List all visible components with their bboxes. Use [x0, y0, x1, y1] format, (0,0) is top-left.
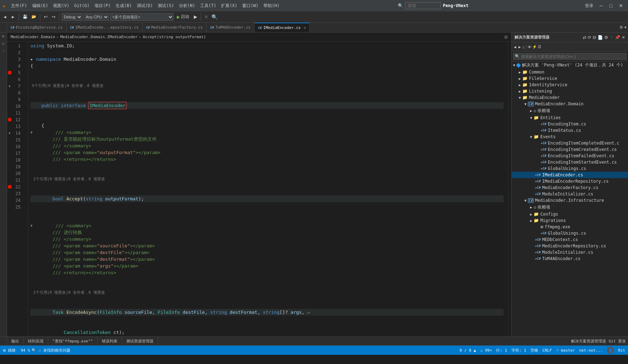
tree-tom4aencoder[interactable]: +C# ToM4AEncoder.cs [512, 256, 628, 262]
forward-button[interactable]: ► [10, 14, 17, 20]
tree-event2[interactable]: +C# EncodingItemCreatedEvent.cs [512, 146, 628, 153]
bottom-tab-test[interactable]: 测试资源管理器 [122, 337, 158, 345]
tree-encodingitem[interactable]: +C# EncodingItem.cs [512, 121, 628, 127]
tab-overflow-btn[interactable]: ▾ [624, 25, 627, 30]
panel-newfile-btn[interactable]: 📄 [598, 35, 603, 40]
tree-event4[interactable]: +C# EncodingItemStartedEvent.cs [512, 159, 628, 165]
tree-mediaencoderfactory[interactable]: +C# MediaEncoderFactory.cs [512, 184, 628, 191]
tree-moduleinit2[interactable]: +C# ModuleInitializer.cs [512, 249, 628, 256]
tree-mediaencoder[interactable]: ▼ 📁 MediaEncoder [512, 94, 628, 101]
search-toolbar-btn[interactable]: 🔍 [210, 13, 219, 20]
tree-identityservice[interactable]: ▶ 📁 IdentityService [512, 82, 628, 88]
panel-close-btn[interactable]: ✕ [622, 35, 625, 40]
panel-refresh-btn[interactable]: ⟳ [588, 35, 591, 40]
menu-project[interactable]: 项目(P) [92, 2, 113, 10]
tree-deps2[interactable]: ▶ ⚙ 依赖项 [512, 204, 628, 211]
tree-infrastructure[interactable]: ▼ C# MediaEncoder.Infrastructure [512, 197, 628, 204]
attach-button[interactable]: ▶ [192, 13, 199, 20]
bottom-tab-errors[interactable]: 错误列表 [98, 337, 122, 345]
sol-home-btn[interactable]: ⌂ [522, 45, 525, 49]
tree-itemstatus[interactable]: +C# ItemStatus.cs [512, 127, 628, 134]
tab-ToM4AEncoder[interactable]: C# ToM4AEncoder.cs [207, 23, 255, 32]
tree-imediaencoderrepo[interactable]: +C# IMediaEncoderRepository.cs [512, 178, 628, 184]
status-whitespace[interactable]: 空格 [530, 348, 538, 353]
redo-button[interactable]: ↪ [50, 13, 57, 20]
code-content[interactable]: using System.IO; ▸ namespace MediaEncode… [28, 42, 508, 336]
solution-root[interactable]: ▼ 🔷 解决方案 'Peng-VNext' (24 个项目，共 24 个) [512, 61, 628, 69]
minimize-button[interactable]: ─ [597, 2, 606, 9]
menu-extensions[interactable]: 扩展(X) [219, 2, 239, 10]
toolbar-save-btn[interactable]: 💾 [21, 14, 29, 20]
sol-forward-btn[interactable]: ► [518, 45, 522, 49]
menu-edit[interactable]: 编辑(E) [30, 2, 51, 10]
sol-filter-btn[interactable]: ⚡ [532, 45, 537, 49]
solution-search-input[interactable] [521, 54, 625, 59]
tree-ffmpeg[interactable]: ⊞ ffmpeg.exe [512, 224, 628, 230]
panel-switcher-sol[interactable]: 解决方案资源管理器 [571, 339, 606, 344]
bottom-tab-findrefs[interactable]: "查找"ffmpeg.exe"" [48, 337, 98, 345]
status-net[interactable]: net-not... [579, 348, 603, 353]
tree-common[interactable]: ▶ 📁 Common [512, 69, 628, 75]
menu-view[interactable]: 视图(V) [51, 2, 71, 10]
panel-settings-btn[interactable]: ⚙ [604, 35, 608, 40]
sidebar-git-icon[interactable]: ⑂ [2, 49, 5, 53]
tree-imediaencoder-selected[interactable]: +C# IMediaEncoder.cs [512, 172, 628, 178]
sol-back-btn[interactable]: ◄ [513, 45, 517, 49]
status-notifications[interactable]: 0 / 0 ▲ [460, 348, 476, 353]
tree-entities[interactable]: ▼ 📁 Entities [512, 115, 628, 121]
split-editor-btn[interactable]: ⊞ [504, 35, 508, 40]
git-button[interactable]: ⑂ [203, 13, 209, 20]
tree-fileservice[interactable]: ▶ 📁 FileService [512, 75, 628, 82]
solution-tree[interactable]: ▼ 🔷 解决方案 'Peng-VNext' (24 个项目，共 24 个) ▶ … [512, 61, 628, 336]
startup-project-select[interactable]: <多个启动项目> [110, 13, 174, 21]
bottom-tab-goto[interactable]: 转到实现 [24, 337, 48, 345]
sol-view-btn[interactable]: ☰ [538, 45, 541, 49]
tree-migrations[interactable]: ▶ 📁 Migrations [512, 217, 628, 224]
tree-globalusings2[interactable]: +C# GlobalUsings.cs [512, 230, 628, 236]
tree-configs[interactable]: ▶ 📁 Configs [512, 211, 628, 217]
undo-button[interactable]: ↩ [42, 13, 49, 20]
menu-build[interactable]: 生成(B) [114, 2, 134, 10]
tree-deps[interactable]: ▶ ⚙ 依赖项 [512, 107, 628, 115]
tree-events[interactable]: ▼ 📁 Events [512, 134, 628, 140]
menu-window[interactable]: 窗口(W) [240, 2, 261, 10]
status-problems[interactable]: ◌ 未找到相关问题 [39, 348, 70, 353]
status-warnings[interactable]: ⚠ 99+ [480, 348, 492, 353]
tab-settings-btn[interactable]: ⚙ [620, 25, 623, 30]
sol-showall-btn[interactable]: 👁 [528, 45, 531, 49]
toolbar-open-btn[interactable]: 📂 [30, 14, 38, 20]
tab-EncodingBgService[interactable]: C# EncodingBgService.cs [7, 23, 66, 32]
panel-switcher-git[interactable]: Git 更改 [609, 339, 626, 344]
maximize-button[interactable]: □ [607, 2, 615, 9]
bc-method[interactable]: Accept(string outputFormat) [143, 35, 206, 39]
menu-file[interactable]: 文件(F) [9, 2, 29, 10]
panel-pin-btn[interactable]: 📌 [615, 35, 620, 40]
tree-event1[interactable]: +C# EncodingItemCompletedEvent.c [512, 140, 628, 146]
tree-medbcontext[interactable]: +C# MEDbContext.cs [512, 236, 628, 243]
status-zoom[interactable]: 94 % [21, 348, 30, 353]
tab-IMediaEncoder-active[interactable]: C# IMediaEncoder.cs ✕ [255, 23, 310, 32]
tab-close-icon[interactable]: ✕ [304, 25, 306, 30]
tab-MediaEncoderFactory[interactable]: C# MediaEncoderFactory.cs [143, 23, 207, 32]
back-button[interactable]: ◄ [1, 14, 8, 20]
status-encoding[interactable]: CRLF [542, 348, 552, 353]
sidebar-server-icon[interactable]: ⊡ [2, 42, 4, 46]
debug-mode-select[interactable]: Debug [62, 13, 82, 21]
platform-select[interactable]: Any CPU [83, 13, 109, 21]
menu-git[interactable]: Git(G) [72, 2, 92, 9]
bc-domain[interactable]: MediaEncoder.Domain [11, 35, 55, 39]
status-git-branch[interactable]: ⑂ master [556, 348, 575, 353]
bottom-tab-output[interactable]: 输出 [7, 337, 24, 345]
menu-analyze[interactable]: 分析(N) [177, 2, 197, 10]
tree-moduleinit1[interactable]: +C# ModuleInitializer.cs [512, 191, 628, 197]
menu-tools[interactable]: 工具(T) [198, 2, 219, 10]
tree-mediaencoder-domain[interactable]: ▼ C# MediaEncoder.Domain [512, 101, 628, 107]
tab-IMediaEncode[interactable]: C# IMediaEncode...epository.cs [66, 23, 143, 32]
start-button[interactable]: ▶ 启动 [175, 13, 191, 20]
panel-collapse-btn[interactable]: ⊟ [593, 35, 596, 40]
tree-globalusings1[interactable]: +C# GlobalUsings.cs [512, 165, 628, 172]
bc-namespace[interactable]: MediaEncoder.Domain.IMediaEncoder [60, 35, 138, 39]
tree-event3[interactable]: +C# EncodingItemFailedEvent.cs [512, 153, 628, 159]
panel-sync-btn[interactable]: ⇄ [583, 35, 586, 40]
sidebar-pin-icon[interactable]: ⊞ [1, 35, 5, 38]
